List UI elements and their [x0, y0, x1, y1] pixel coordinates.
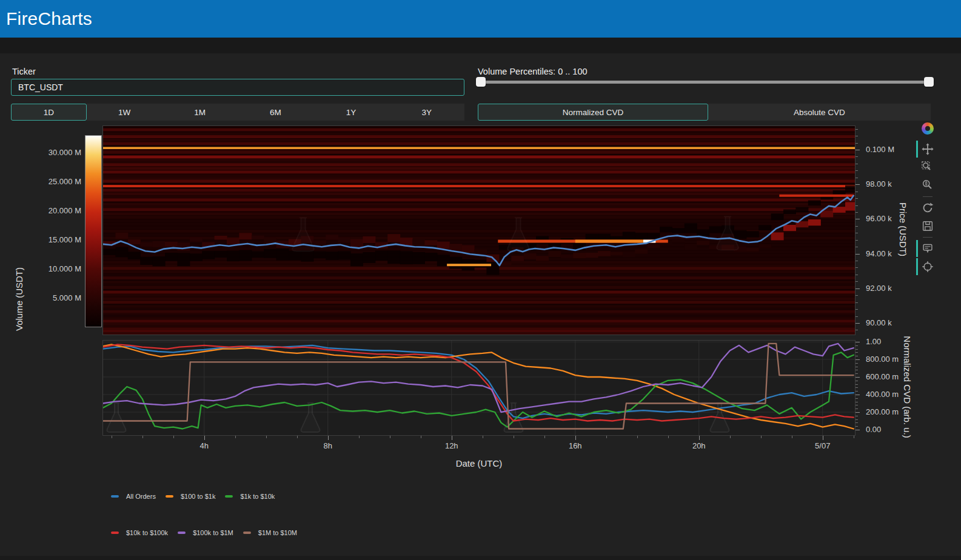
x-axis-minor-tick	[637, 436, 638, 438]
x-axis-minor-tick	[390, 436, 390, 438]
cvd-axis-minor-tick	[856, 422, 858, 423]
save-tool-button[interactable]	[919, 217, 937, 235]
x-axis-tick	[452, 436, 452, 440]
cvd-axis-minor-tick	[856, 370, 858, 370]
legend-swatch	[166, 495, 173, 498]
absolute-cvd-button[interactable]: Absolute CVD	[708, 104, 931, 121]
bottom-strip	[0, 556, 961, 560]
ticker-input[interactable]	[11, 79, 464, 96]
price-axis-minor-tick	[856, 275, 858, 275]
cvd-axis-tick	[856, 359, 860, 360]
legend-item: All Orders	[111, 493, 156, 500]
legend-row-1: All Orders $100 to $1k $1k to $10k	[111, 493, 275, 500]
volume-tick-label: 20.000 M	[24, 206, 81, 215]
cvd-axis-minor-tick	[856, 363, 858, 364]
bokeh-logo[interactable]	[922, 122, 934, 135]
price-axis-minor-tick	[856, 164, 858, 164]
box-zoom-icon	[921, 161, 934, 174]
cvd-axis-minor-tick	[856, 405, 858, 405]
legend-swatch	[178, 532, 186, 534]
x-axis-minor-tick	[668, 436, 669, 438]
toolbar-separator	[923, 237, 933, 238]
x-axis-minor-tick	[792, 436, 792, 438]
cvd-axis-minor-tick	[856, 402, 858, 402]
cvd-axis-minor-tick	[856, 345, 858, 346]
price-tick-label: 98.00 k	[866, 179, 892, 188]
volume-tick-label: 10.000 M	[24, 264, 81, 273]
slider-track[interactable]	[481, 81, 929, 84]
cvd-axis-minor-tick	[856, 352, 858, 353]
range-button-6m[interactable]: 6M	[238, 104, 313, 121]
legend-swatch	[243, 532, 251, 534]
range-button-1w[interactable]: 1W	[87, 104, 162, 121]
cvd-tick-label: 1.00	[866, 337, 881, 346]
x-tick-label: 20h	[681, 441, 717, 450]
cvd-axis-minor-tick	[856, 349, 858, 350]
cvd-axis-minor-tick	[856, 356, 858, 356]
cvd-axis-minor-tick	[856, 387, 858, 388]
cvd-axis-minor-tick	[856, 381, 858, 381]
pan-tool-button[interactable]	[919, 140, 937, 158]
legend-swatch	[111, 532, 119, 534]
range-button-1m[interactable]: 1M	[162, 104, 238, 121]
price-axis-minor-tick	[856, 233, 858, 233]
price-axis-minor-tick	[856, 316, 858, 317]
price-tick-label: 96.00 k	[866, 214, 892, 223]
cvd-axis-tick	[856, 377, 860, 378]
cvd-axis-title: Normalized CVD (arb. u.)	[902, 308, 912, 466]
normalized-cvd-button[interactable]: Normalized CVD	[478, 104, 708, 121]
legend-item: $100 to $1k	[166, 493, 216, 500]
cvd-axis-minor-tick	[856, 419, 858, 420]
x-axis-minor-tick	[544, 436, 545, 438]
volume-colorbar	[85, 135, 102, 327]
legend-item: $1M to $10M	[243, 529, 297, 536]
price-axis-minor-tick	[856, 267, 858, 268]
slider-handle-min[interactable]	[476, 77, 486, 87]
price-axis-minor-tick	[856, 240, 858, 241]
volume-percentiles-slider[interactable]	[476, 76, 934, 87]
x-axis-minor-tick	[359, 436, 360, 438]
crosshair-tool-button[interactable]	[919, 258, 937, 276]
range-button-1y[interactable]: 1Y	[313, 104, 389, 121]
wheel-zoom-icon	[921, 179, 934, 192]
volume-tick-label: 15.000 M	[24, 235, 81, 244]
cvd-axis-tick	[856, 412, 860, 413]
volume-axis-title: Volume (USDT)	[14, 239, 24, 360]
hover-tool-button[interactable]	[919, 239, 937, 258]
price-axis-minor-tick	[856, 143, 858, 144]
x-axis-minor-tick	[142, 436, 143, 438]
volume-tick-label: 5.000 M	[24, 293, 81, 302]
box-zoom-tool-button[interactable]	[919, 158, 937, 176]
slider-handle-max[interactable]	[924, 77, 934, 87]
normalized-cvd-chart[interactable]	[103, 341, 855, 435]
price-axis-minor-tick	[856, 212, 858, 213]
legend-item: $10k to $100k	[111, 529, 168, 536]
crosshair-icon	[921, 260, 934, 273]
x-tick-label: 8h	[310, 441, 346, 450]
reset-tool-button[interactable]	[919, 199, 937, 217]
price-axis-minor-tick	[856, 226, 858, 227]
app-header: FireCharts	[0, 0, 961, 38]
x-axis-minor-tick	[606, 436, 607, 438]
legend-item: $100k to $1M	[178, 529, 233, 536]
range-button-1d[interactable]: 1D	[11, 104, 87, 121]
x-axis-tick	[328, 436, 329, 440]
price-axis-minor-tick	[856, 302, 858, 303]
price-axis-minor-tick	[856, 136, 858, 136]
price-axis-tick	[856, 184, 860, 185]
plot-toolbar	[917, 122, 939, 276]
date-axis-title: Date (UTC)	[418, 458, 540, 468]
price-tick-label: 90.00 k	[866, 318, 892, 327]
price-axis-minor-tick	[856, 261, 858, 261]
price-volume-heatmap[interactable]	[103, 126, 855, 335]
firecharts-app: FireCharts Ticker 1D 1W 1M 6M 1Y 3Y Volu…	[0, 0, 961, 560]
price-axis-minor-tick	[856, 170, 858, 171]
range-button-3y[interactable]: 3Y	[389, 104, 464, 121]
range-button-group: 1D 1W 1M 6M 1Y 3Y	[11, 104, 464, 121]
x-axis-minor-tick	[297, 436, 298, 438]
legend-swatch	[225, 495, 233, 498]
x-tick-label: 4h	[186, 441, 223, 450]
x-axis-minor-tick	[761, 436, 762, 438]
wheel-zoom-tool-button[interactable]	[919, 176, 937, 195]
price-tick-label: 0.100 M	[866, 145, 894, 154]
